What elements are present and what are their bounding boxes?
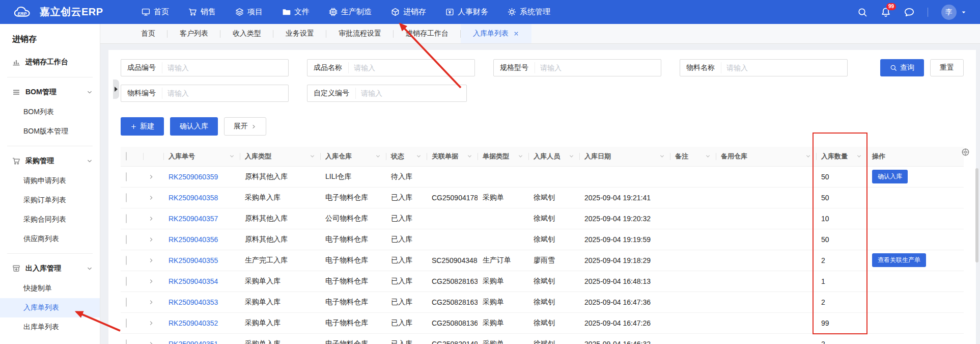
order-no-link[interactable]: RK2509040352 (169, 319, 218, 327)
column-header-入库仓库[interactable]: 入库仓库 (320, 147, 386, 166)
row-action-button-确认入库[interactable]: 确认入库 (872, 170, 908, 183)
column-filter-icon[interactable] (518, 153, 523, 159)
query-button[interactable]: 查询 (880, 59, 924, 76)
column-header-入库单号[interactable]: 入库单号 (163, 147, 240, 166)
row-expand-icon[interactable] (148, 299, 158, 305)
nav-item-首页[interactable]: 首页 (142, 7, 169, 17)
row-checkbox[interactable] (126, 214, 127, 223)
tab-入库单列表[interactable]: 入库单列表 (461, 24, 531, 43)
物料名称-input[interactable] (721, 62, 847, 73)
reset-button[interactable]: 重置 (930, 59, 964, 76)
column-header-入库类型[interactable]: 入库类型 (240, 147, 320, 166)
tab-客户列表[interactable]: 客户列表 (167, 24, 220, 43)
row-expand-icon[interactable] (148, 320, 158, 326)
column-header-关联单据[interactable]: 关联单据 (427, 147, 478, 166)
column-header-入库日期[interactable]: 入库日期 (579, 147, 670, 166)
column-header-备注[interactable]: 备注 (670, 147, 716, 166)
tab-收入类型[interactable]: 收入类型 (220, 24, 273, 43)
tab-业务设置[interactable]: 业务设置 (273, 24, 326, 43)
search-icon[interactable] (857, 7, 867, 17)
column-filter-icon[interactable] (467, 153, 472, 159)
sidebar-item-进销存工作台[interactable]: 进销存工作台 (0, 52, 100, 72)
order-no-link[interactable]: RK2509040356 (169, 235, 218, 244)
column-filter-icon[interactable] (805, 153, 811, 159)
规格型号-input[interactable] (535, 62, 661, 73)
row-checkbox[interactable] (126, 277, 127, 286)
row-action-button-查看关联生产单[interactable]: 查看关联生产单 (872, 253, 926, 267)
column-filter-icon[interactable] (416, 153, 422, 159)
row-checkbox[interactable] (126, 319, 127, 328)
order-no-link[interactable]: RK2509040351 (169, 340, 218, 344)
order-no-link[interactable]: RK2509040353 (169, 298, 218, 306)
column-filter-icon[interactable] (569, 153, 574, 159)
row-checkbox[interactable] (126, 235, 127, 244)
column-header-单据类型[interactable]: 单据类型 (478, 147, 528, 166)
select-all-checkbox[interactable] (126, 152, 127, 161)
order-no-link[interactable]: RK2509040358 (169, 194, 218, 202)
sidebar-item-供应商列表[interactable]: 供应商列表 (0, 229, 100, 249)
column-filter-icon[interactable] (229, 153, 235, 159)
成品名称-input[interactable] (348, 62, 474, 73)
tab-close-icon[interactable] (513, 31, 519, 37)
order-no-link[interactable]: RK2509040355 (169, 256, 218, 264)
order-no-link[interactable]: RK2509040357 (169, 215, 218, 223)
sidebar-item-出库单列表[interactable]: 出库单列表 (0, 317, 100, 337)
confirm-inbound-button[interactable]: 确认入库 (170, 117, 218, 136)
column-filter-icon[interactable] (310, 153, 315, 159)
column-filter-icon[interactable] (705, 153, 711, 159)
row-expand-icon[interactable] (148, 236, 158, 243)
成品编号-input[interactable] (162, 62, 288, 73)
column-settings-icon[interactable] (961, 148, 970, 156)
column-header-入库数量[interactable]: 入库数量 (816, 147, 867, 166)
vertical-scrollbar[interactable] (975, 168, 978, 262)
nav-item-生产制造[interactable]: 生产制造 (329, 7, 372, 17)
row-checkbox[interactable] (126, 256, 127, 265)
tab-进销存工作台[interactable]: 进销存工作台 (394, 24, 461, 43)
sidebar-item-BOM列表[interactable]: BOM列表 (0, 102, 100, 122)
nav-item-文件[interactable]: 文件 (282, 7, 310, 17)
user-menu[interactable]: 李 (941, 5, 967, 20)
sidebar-item-BOM版本管理[interactable]: BOM版本管理 (0, 122, 100, 141)
chat-icon[interactable] (904, 7, 914, 17)
自定义编号-input[interactable] (355, 88, 466, 99)
物料编号-input[interactable] (162, 88, 288, 99)
sidebar-item-BOM管理[interactable]: BOM管理 (0, 82, 100, 102)
row-checkbox[interactable] (126, 172, 127, 181)
row-expand-icon[interactable] (148, 341, 158, 344)
row-checkbox[interactable] (126, 298, 127, 307)
sidebar-item-采购合同列表[interactable]: 采购合同列表 (0, 210, 100, 229)
sidebar-item-出入库管理[interactable]: 出入库管理 (0, 258, 100, 279)
sidebar-item-请购申请列表[interactable]: 请购申请列表 (0, 171, 100, 191)
nav-item-项目[interactable]: 项目 (235, 7, 263, 17)
expand-button[interactable]: 展开 (224, 117, 266, 136)
column-filter-icon[interactable] (856, 153, 862, 159)
sidebar-item-快捷制单[interactable]: 快捷制单 (0, 279, 100, 298)
order-no-link[interactable]: RK2509060359 (169, 173, 218, 181)
row-expand-icon[interactable] (148, 195, 158, 201)
sidebar-item-采购订单列表[interactable]: 采购订单列表 (0, 191, 100, 210)
row-expand-icon[interactable] (148, 278, 158, 284)
row-expand-icon[interactable] (148, 257, 158, 263)
column-filter-icon[interactable] (659, 153, 665, 159)
sidebar-item-入库单列表[interactable]: 入库单列表 (0, 298, 100, 317)
sidebar-collapse-handle[interactable] (113, 80, 119, 99)
notifications-button[interactable]: 99 (881, 7, 891, 17)
column-header-入库人员[interactable]: 入库人员 (528, 147, 579, 166)
column-filter-icon[interactable] (375, 153, 381, 159)
column-header-状态[interactable]: 状态 (386, 147, 427, 166)
new-order-button[interactable]: 新建 (121, 117, 164, 136)
tab-首页[interactable]: 首页 (129, 24, 167, 43)
nav-item-系统管理[interactable]: 系统管理 (508, 7, 550, 17)
order-no-link[interactable]: RK2509040354 (169, 277, 218, 285)
row-expand-icon[interactable] (148, 174, 158, 180)
row-expand-icon[interactable] (148, 216, 158, 222)
tab-审批流程设置[interactable]: 审批流程设置 (326, 24, 394, 43)
nav-item-进销存[interactable]: 进销存 (391, 7, 426, 17)
row-checkbox[interactable] (126, 339, 127, 344)
nav-item-人事财务[interactable]: 人事财务 (445, 7, 488, 17)
sidebar-item-采购管理[interactable]: 采购管理 (0, 151, 100, 171)
nav-item-销售[interactable]: 销售 (188, 7, 216, 17)
row-checkbox[interactable] (126, 193, 127, 202)
column-header-操作[interactable]: 操作 (867, 147, 964, 166)
app-logo[interactable]: ERP 嘉立创云ERP (13, 5, 128, 20)
